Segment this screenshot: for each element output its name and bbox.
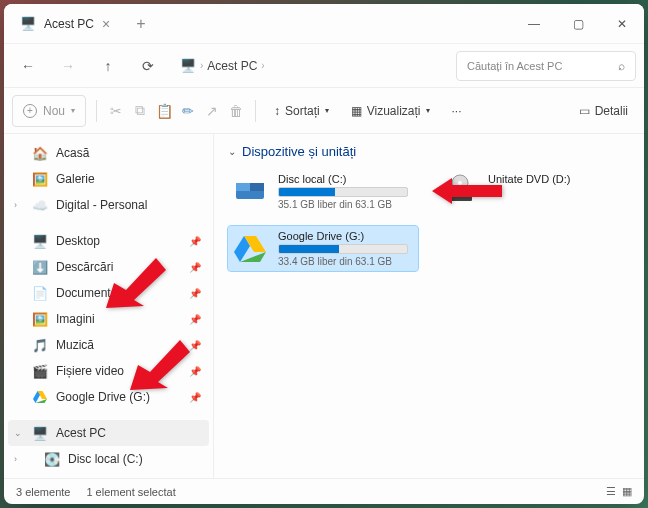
image-icon: 🖼️ [32, 311, 48, 327]
minimize-button[interactable]: — [512, 17, 556, 31]
music-icon: 🎵 [32, 337, 48, 353]
chevron-down-icon: ⌄ [228, 146, 236, 157]
breadcrumb[interactable]: 🖥️ › Acest PC › [180, 58, 265, 74]
pin-icon: 📌 [189, 288, 201, 299]
search-icon: ⌕ [618, 59, 625, 73]
plus-icon: + [23, 104, 37, 118]
drive-name: Unitate DVD (D:) [488, 173, 624, 185]
drive-item[interactable]: Google Drive (G:)33.4 GB liber din 63.1 … [228, 226, 418, 271]
annotation-arrow [106, 258, 166, 312]
status-count: 3 elemente [16, 486, 70, 498]
more-button[interactable]: ··· [444, 100, 470, 122]
svg-marker-15 [106, 258, 166, 308]
details-label: Detalii [595, 104, 628, 118]
new-label: Nou [43, 104, 65, 118]
chevron-down-icon: ▾ [426, 106, 430, 115]
status-selected: 1 element selectat [86, 486, 175, 498]
gdrive-icon [44, 477, 60, 478]
pin-icon: 📌 [189, 314, 201, 325]
annotation-arrow [432, 176, 502, 210]
pc-icon: 🖥️ [180, 58, 196, 74]
close-button[interactable]: ✕ [600, 17, 644, 31]
gdrive-icon [32, 389, 48, 405]
up-button[interactable]: ↑ [92, 50, 124, 82]
titlebar: 🖥️ Acest PC × + — ▢ ✕ [4, 4, 644, 44]
sidebar-item-gallery[interactable]: 🖼️Galerie [8, 166, 209, 192]
section-title: Dispozitive și unități [242, 144, 356, 159]
pin-icon: 📌 [189, 236, 201, 247]
window-tab[interactable]: 🖥️ Acest PC × [4, 4, 126, 43]
pin-icon: 📌 [189, 366, 201, 377]
pin-icon: 📌 [189, 340, 201, 351]
new-button[interactable]: + Nou ▾ [12, 95, 86, 127]
svg-marker-16 [130, 340, 190, 390]
drive-name: Google Drive (G:) [278, 230, 414, 242]
divider [96, 100, 97, 122]
pc-icon: 🖥️ [32, 425, 48, 441]
sidebar-item-onedrive[interactable]: ›☁️Digital - Personal [8, 192, 209, 218]
drive-name: Disc local (C:) [278, 173, 414, 185]
drive-icon [232, 230, 268, 266]
copy-icon[interactable]: ⧉ [131, 102, 149, 120]
content-pane: ⌄ Dispozitive și unități Disc local (C:)… [214, 134, 644, 478]
paste-icon[interactable]: 📋 [155, 102, 173, 120]
breadcrumb-item[interactable]: Acest PC [207, 59, 257, 73]
gallery-icon: 🖼️ [32, 171, 48, 187]
sort-button[interactable]: ↕ Sortați ▾ [266, 100, 337, 122]
divider [255, 100, 256, 122]
new-tab-button[interactable]: + [126, 15, 155, 33]
drive-free-text: 33.4 GB liber din 63.1 GB [278, 256, 414, 267]
cut-icon[interactable]: ✂ [107, 102, 125, 120]
share-icon[interactable]: ↗ [203, 102, 221, 120]
drive-icon: 💽 [44, 451, 60, 467]
sidebar-item-local-c[interactable]: ›💽Disc local (C:) [8, 446, 209, 472]
svg-rect-7 [236, 183, 250, 191]
drives-grid: Disc local (C:)35.1 GB liber din 63.1 GB… [228, 169, 630, 271]
video-icon: 🎬 [32, 363, 48, 379]
chevron-right-icon[interactable]: › [14, 454, 17, 464]
view-button[interactable]: ▦ Vizualizați ▾ [343, 100, 438, 122]
grid-view-icon[interactable]: ▦ [622, 485, 632, 498]
tab-close-icon[interactable]: × [102, 16, 110, 32]
pin-icon: 📌 [189, 392, 201, 403]
sidebar-item-home[interactable]: 🏠Acasă [8, 140, 209, 166]
usage-bar [278, 187, 408, 197]
desktop-icon: 🖥️ [32, 233, 48, 249]
download-icon: ⬇️ [32, 259, 48, 275]
details-button[interactable]: ▭ Detalii [571, 100, 636, 122]
sidebar-item-thispc[interactable]: ⌄🖥️Acest PC [8, 420, 209, 446]
svg-rect-8 [250, 183, 264, 191]
address-toolbar: ← → ↑ ⟳ 🖥️ › Acest PC › Căutați în Acest… [4, 44, 644, 88]
delete-icon[interactable]: 🗑 [227, 102, 245, 120]
usage-bar [278, 244, 408, 254]
document-icon: 📄 [32, 285, 48, 301]
list-view-icon[interactable]: ☰ [606, 485, 616, 498]
pin-icon: 📌 [189, 262, 201, 273]
pc-icon: 🖥️ [20, 16, 36, 32]
drive-icon [232, 173, 268, 209]
chevron-right-icon[interactable]: › [14, 200, 17, 210]
details-icon: ▭ [579, 104, 590, 118]
search-input[interactable]: Căutați în Acest PC ⌕ [456, 51, 636, 81]
sort-label: Sortați [285, 104, 320, 118]
rename-icon[interactable]: ✏ [179, 102, 197, 120]
forward-button[interactable]: → [52, 50, 84, 82]
home-icon: 🏠 [32, 145, 48, 161]
tab-title: Acest PC [44, 17, 94, 31]
annotation-arrow [130, 340, 190, 394]
command-toolbar: + Nou ▾ ✂ ⧉ 📋 ✏ ↗ 🗑 ↕ Sortați ▾ ▦ Vizual… [4, 88, 644, 134]
view-icon: ▦ [351, 104, 362, 118]
svg-marker-17 [432, 178, 502, 204]
drive-item[interactable]: Disc local (C:)35.1 GB liber din 63.1 GB [228, 169, 418, 214]
drive-free-text: 35.1 GB liber din 63.1 GB [278, 199, 414, 210]
back-button[interactable]: ← [12, 50, 44, 82]
maximize-button[interactable]: ▢ [556, 17, 600, 31]
sidebar-item-gdrive-pc[interactable]: ›Google Drive (G:) [8, 472, 209, 478]
sidebar-item-desktop[interactable]: 🖥️Desktop📌 [8, 228, 209, 254]
chevron-right-icon: › [261, 60, 264, 71]
refresh-button[interactable]: ⟳ [132, 50, 164, 82]
search-placeholder: Căutați în Acest PC [467, 60, 562, 72]
chevron-down-icon[interactable]: ⌄ [14, 428, 22, 438]
section-header[interactable]: ⌄ Dispozitive și unități [228, 144, 630, 159]
sort-icon: ↕ [274, 104, 280, 118]
